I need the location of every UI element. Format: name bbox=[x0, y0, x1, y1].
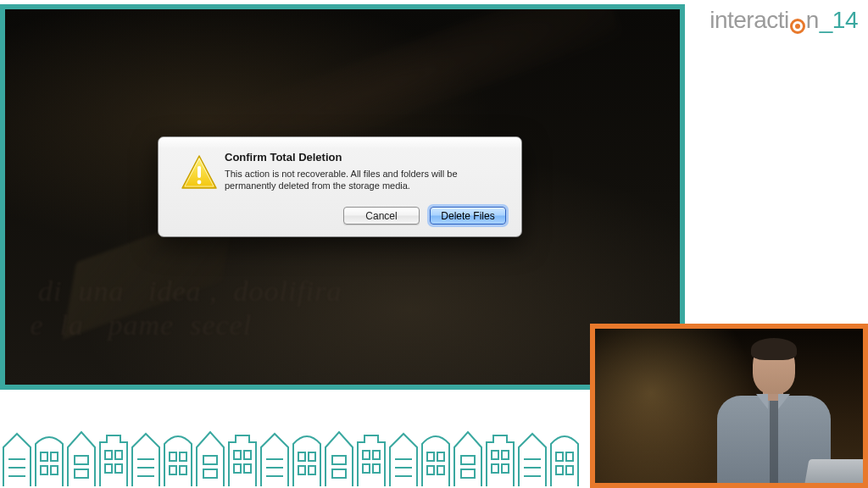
svg-rect-40 bbox=[492, 464, 498, 473]
svg-rect-33 bbox=[437, 452, 444, 461]
speaker-laptop bbox=[805, 459, 868, 483]
delete-files-button[interactable]: Delete Files bbox=[430, 207, 506, 225]
svg-rect-43 bbox=[566, 452, 573, 461]
dialog-title: Confirm Total Deletion bbox=[225, 151, 506, 164]
svg-rect-24 bbox=[298, 466, 305, 474]
svg-rect-25 bbox=[309, 466, 315, 474]
svg-rect-36 bbox=[461, 456, 475, 464]
svg-rect-39 bbox=[502, 451, 509, 459]
handwriting-decor: di una idea , doolifira e la pame secel bbox=[5, 274, 680, 376]
confirm-dialog: Confirm Total Deletion This action is no… bbox=[158, 136, 522, 237]
dialog-message: This action is not recoverable. All file… bbox=[225, 168, 506, 192]
svg-rect-31 bbox=[373, 464, 380, 473]
svg-rect-12 bbox=[170, 452, 176, 461]
svg-rect-8 bbox=[105, 451, 112, 459]
svg-rect-20 bbox=[234, 464, 241, 473]
delete-files-button-label: Delete Files bbox=[441, 210, 494, 222]
svg-rect-17 bbox=[203, 469, 217, 478]
svg-rect-42 bbox=[556, 452, 563, 461]
svg-rect-41 bbox=[502, 464, 509, 473]
dialog-sheen bbox=[159, 137, 521, 149]
svg-rect-21 bbox=[244, 464, 251, 473]
svg-rect-3 bbox=[51, 452, 58, 461]
buildings-silhouette bbox=[0, 422, 593, 488]
svg-rect-6 bbox=[75, 456, 88, 464]
brand-suffix: _14 bbox=[820, 7, 858, 34]
brand-logo: interacti n _14 bbox=[709, 7, 858, 34]
brand-o-icon bbox=[790, 19, 805, 34]
svg-rect-32 bbox=[427, 452, 434, 461]
svg-rect-5 bbox=[51, 466, 58, 474]
svg-rect-10 bbox=[105, 464, 112, 473]
svg-rect-7 bbox=[75, 469, 88, 478]
svg-rect-2 bbox=[41, 452, 47, 461]
warning-icon bbox=[174, 151, 225, 193]
svg-point-1 bbox=[198, 180, 202, 185]
svg-rect-26 bbox=[332, 456, 346, 464]
svg-rect-23 bbox=[309, 452, 315, 461]
svg-rect-27 bbox=[332, 469, 346, 478]
svg-rect-30 bbox=[363, 464, 370, 473]
svg-rect-13 bbox=[180, 452, 186, 461]
cancel-button[interactable]: Cancel bbox=[343, 207, 420, 225]
speaker-video bbox=[590, 324, 868, 488]
cancel-button-label: Cancel bbox=[365, 210, 397, 222]
svg-rect-0 bbox=[198, 166, 201, 178]
svg-rect-11 bbox=[115, 464, 122, 473]
svg-rect-45 bbox=[566, 466, 573, 474]
brand-text-2: n bbox=[806, 7, 819, 34]
svg-rect-15 bbox=[180, 466, 186, 474]
svg-rect-28 bbox=[363, 451, 370, 459]
svg-rect-35 bbox=[437, 466, 444, 474]
svg-rect-4 bbox=[41, 466, 47, 474]
svg-rect-9 bbox=[115, 451, 122, 459]
brand-text-1: interacti bbox=[709, 7, 789, 34]
svg-rect-34 bbox=[427, 466, 434, 474]
svg-rect-14 bbox=[170, 466, 176, 474]
svg-rect-29 bbox=[373, 451, 380, 459]
svg-rect-37 bbox=[461, 469, 475, 478]
presentation-slide: di una idea , doolifira e la pame secel bbox=[0, 4, 685, 390]
svg-rect-38 bbox=[492, 451, 498, 459]
svg-rect-18 bbox=[234, 451, 241, 459]
svg-rect-19 bbox=[244, 451, 251, 459]
svg-rect-22 bbox=[298, 452, 305, 461]
svg-rect-16 bbox=[203, 456, 217, 464]
svg-rect-44 bbox=[556, 466, 563, 474]
